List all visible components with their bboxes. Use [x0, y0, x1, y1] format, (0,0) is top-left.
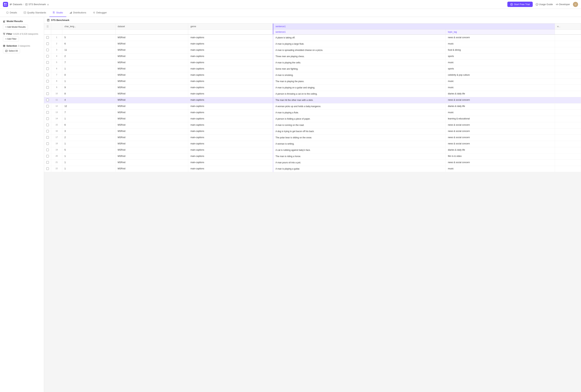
row-checkbox-cell[interactable] [44, 34, 51, 41]
row-checkbox-cell[interactable] [44, 85, 51, 91]
row-checkbox[interactable] [46, 148, 49, 151]
start-trial-button[interactable]: Start Free Trial [507, 2, 533, 7]
row-checkbox[interactable] [46, 49, 49, 51]
row-checkbox-cell[interactable] [44, 147, 51, 154]
tab-details[interactable]: i Details [3, 9, 20, 17]
row-checkbox-cell[interactable] [44, 154, 51, 160]
row-w [555, 54, 581, 60]
breadcrumb-separator: / [23, 3, 24, 6]
row-checkbox-cell[interactable] [44, 72, 51, 78]
tab-distributions[interactable]: Distributions [66, 9, 90, 17]
tab-debugger[interactable]: Debugger [90, 9, 110, 17]
table-subheader: sentence1 topic_tag [44, 30, 581, 35]
row-checkbox[interactable] [46, 167, 49, 170]
row-checkbox-cell[interactable] [44, 166, 51, 172]
breadcrumb-datasets[interactable]: Datasets [9, 3, 22, 6]
row-checkbox[interactable] [46, 136, 49, 139]
row-checkbox[interactable] [46, 111, 49, 114]
add-filter-button[interactable]: + Add Filter [3, 36, 19, 42]
row-number: 22 [51, 166, 62, 172]
row-checkbox-cell[interactable] [44, 60, 51, 66]
svg-rect-1 [6, 3, 7, 4]
row-checkbox-cell[interactable] [44, 47, 51, 54]
user-avatar[interactable]: U [573, 2, 578, 7]
row-checkbox[interactable] [46, 155, 49, 158]
row-checkbox[interactable] [46, 36, 49, 39]
row-checkbox-cell[interactable] [44, 104, 51, 110]
table-row: 1 5 MSRvid main-captions A plane is taki… [44, 34, 581, 41]
row-checkbox[interactable] [46, 92, 49, 95]
row-checkbox[interactable] [46, 80, 49, 82]
tab-quality[interactable]: Quality Standards [20, 9, 49, 17]
svg-rect-4 [10, 4, 12, 4]
table-row: 14 1 MSRvid main-captions A person is fo… [44, 116, 581, 122]
table-row: 5 7 MSRvid main-captions A man is playin… [44, 60, 581, 66]
table-row: 16 3 MSRvid main-captions A dog is tryin… [44, 128, 581, 135]
row-checkbox[interactable] [46, 99, 49, 101]
row-checkbox[interactable] [46, 42, 49, 45]
row-checkbox[interactable] [46, 55, 49, 58]
row-checkbox-cell[interactable] [44, 66, 51, 72]
row-genre: main-captions [188, 47, 273, 54]
row-topic-tag: music [446, 110, 555, 116]
row-checkbox[interactable] [46, 118, 49, 120]
th-check: ☰ [44, 24, 51, 30]
column-menu-icon[interactable]: ☰ [46, 25, 49, 28]
row-w [555, 135, 581, 141]
row-checkbox-cell[interactable] [44, 110, 51, 116]
row-dataset: MSRvid [115, 34, 188, 41]
breadcrumb-dataset-name[interactable]: STS Benchmark [25, 3, 46, 6]
breadcrumb: Datasets / STS Benchmark ◈ [9, 3, 49, 6]
row-number: 4 [51, 54, 62, 60]
table-container[interactable]: ☰ char_leng... dataset genre [44, 24, 581, 392]
row-char-length: 7 [62, 110, 115, 116]
row-w [555, 78, 581, 85]
svg-text:?: ? [536, 4, 537, 5]
row-checkbox-cell[interactable] [44, 78, 51, 85]
row-w [555, 47, 581, 54]
row-checkbox[interactable] [46, 105, 49, 108]
row-checkbox-cell[interactable] [44, 135, 51, 141]
row-checkbox-cell[interactable] [44, 128, 51, 135]
add-model-results-button[interactable]: + Add Model Results [3, 24, 28, 30]
row-sentence1: A man is playing a flute. [273, 110, 446, 116]
row-genre: main-captions [188, 41, 273, 47]
row-checkbox[interactable] [46, 86, 49, 89]
svg-rect-16 [53, 12, 54, 12]
row-checkbox-cell[interactable] [44, 54, 51, 60]
svg-rect-33 [47, 20, 48, 21]
row-checkbox-cell[interactable] [44, 116, 51, 122]
row-dataset: MSRvid [115, 72, 188, 78]
selection-count: 0 datapoints [18, 45, 30, 47]
developer-link[interactable]: Developer [556, 3, 570, 6]
row-topic-tag: news & social concern [446, 97, 555, 104]
table-row: 22 1 MSRvid main-captions A man is playi… [44, 166, 581, 172]
table-body: 1 5 MSRvid main-captions A plane is taki… [44, 34, 581, 172]
row-checkbox[interactable] [46, 124, 49, 126]
row-dataset: MSRvid [115, 78, 188, 85]
app-logo[interactable] [3, 2, 8, 7]
row-checkbox-cell[interactable] [44, 41, 51, 47]
data-panel-header: STS Benchmark [44, 17, 581, 24]
pin-icon[interactable]: ◈ [47, 3, 49, 6]
row-checkbox-cell[interactable] [44, 160, 51, 166]
row-checkbox-cell[interactable] [44, 91, 51, 97]
usage-guide-link[interactable]: ? Usage Guide [536, 3, 553, 6]
row-checkbox-cell[interactable] [44, 141, 51, 147]
tab-studio[interactable]: Studio [49, 9, 66, 17]
row-sentence1: The man is riding a horse. [273, 154, 446, 160]
row-checkbox-cell[interactable] [44, 122, 51, 128]
row-checkbox[interactable] [46, 161, 49, 164]
row-w [555, 122, 581, 128]
row-sentence1: A man is playing a large flute. [273, 41, 446, 47]
row-checkbox[interactable] [46, 142, 49, 145]
th-sentence1-sub: sentence1 [273, 30, 446, 35]
select-all-button[interactable]: Select All [3, 48, 20, 54]
row-checkbox[interactable] [46, 68, 49, 70]
row-number: 19 [51, 147, 62, 154]
row-checkbox[interactable] [46, 74, 49, 76]
row-checkbox[interactable] [46, 130, 49, 132]
row-checkbox[interactable] [46, 61, 49, 64]
row-w [555, 72, 581, 78]
row-checkbox-cell[interactable] [44, 97, 51, 104]
